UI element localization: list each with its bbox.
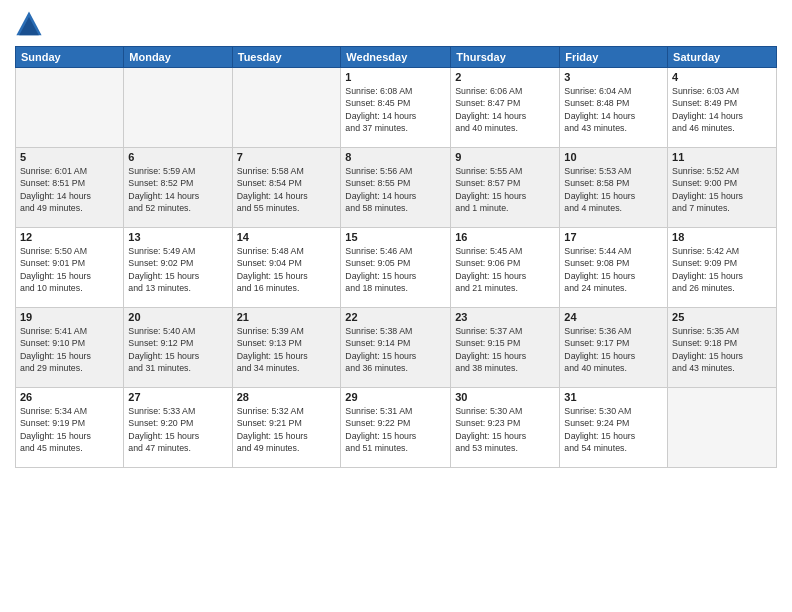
day-number: 20: [128, 311, 227, 323]
day-cell: 5Sunrise: 6:01 AM Sunset: 8:51 PM Daylig…: [16, 148, 124, 228]
day-cell: 30Sunrise: 5:30 AM Sunset: 9:23 PM Dayli…: [451, 388, 560, 468]
week-row-2: 12Sunrise: 5:50 AM Sunset: 9:01 PM Dayli…: [16, 228, 777, 308]
page: SundayMondayTuesdayWednesdayThursdayFrid…: [0, 0, 792, 612]
day-info: Sunrise: 5:35 AM Sunset: 9:18 PM Dayligh…: [672, 325, 772, 374]
day-info: Sunrise: 5:50 AM Sunset: 9:01 PM Dayligh…: [20, 245, 119, 294]
day-number: 12: [20, 231, 119, 243]
day-cell: 14Sunrise: 5:48 AM Sunset: 9:04 PM Dayli…: [232, 228, 341, 308]
day-cell: 9Sunrise: 5:55 AM Sunset: 8:57 PM Daylig…: [451, 148, 560, 228]
day-cell: 13Sunrise: 5:49 AM Sunset: 9:02 PM Dayli…: [124, 228, 232, 308]
day-number: 17: [564, 231, 663, 243]
day-number: 11: [672, 151, 772, 163]
day-number: 16: [455, 231, 555, 243]
day-cell: 28Sunrise: 5:32 AM Sunset: 9:21 PM Dayli…: [232, 388, 341, 468]
day-info: Sunrise: 5:53 AM Sunset: 8:58 PM Dayligh…: [564, 165, 663, 214]
day-info: Sunrise: 5:38 AM Sunset: 9:14 PM Dayligh…: [345, 325, 446, 374]
day-cell: 18Sunrise: 5:42 AM Sunset: 9:09 PM Dayli…: [668, 228, 777, 308]
day-cell: 10Sunrise: 5:53 AM Sunset: 8:58 PM Dayli…: [560, 148, 668, 228]
day-cell: 19Sunrise: 5:41 AM Sunset: 9:10 PM Dayli…: [16, 308, 124, 388]
day-number: 6: [128, 151, 227, 163]
logo: [15, 10, 49, 38]
day-info: Sunrise: 5:39 AM Sunset: 9:13 PM Dayligh…: [237, 325, 337, 374]
day-number: 28: [237, 391, 337, 403]
day-info: Sunrise: 5:40 AM Sunset: 9:12 PM Dayligh…: [128, 325, 227, 374]
day-number: 29: [345, 391, 446, 403]
day-cell: 22Sunrise: 5:38 AM Sunset: 9:14 PM Dayli…: [341, 308, 451, 388]
day-cell: 16Sunrise: 5:45 AM Sunset: 9:06 PM Dayli…: [451, 228, 560, 308]
day-info: Sunrise: 5:46 AM Sunset: 9:05 PM Dayligh…: [345, 245, 446, 294]
day-info: Sunrise: 5:58 AM Sunset: 8:54 PM Dayligh…: [237, 165, 337, 214]
weekday-header-friday: Friday: [560, 47, 668, 68]
day-info: Sunrise: 6:06 AM Sunset: 8:47 PM Dayligh…: [455, 85, 555, 134]
day-cell: 8Sunrise: 5:56 AM Sunset: 8:55 PM Daylig…: [341, 148, 451, 228]
week-row-1: 5Sunrise: 6:01 AM Sunset: 8:51 PM Daylig…: [16, 148, 777, 228]
day-number: 4: [672, 71, 772, 83]
day-info: Sunrise: 6:04 AM Sunset: 8:48 PM Dayligh…: [564, 85, 663, 134]
weekday-header-row: SundayMondayTuesdayWednesdayThursdayFrid…: [16, 47, 777, 68]
day-info: Sunrise: 5:56 AM Sunset: 8:55 PM Dayligh…: [345, 165, 446, 214]
day-cell: 11Sunrise: 5:52 AM Sunset: 9:00 PM Dayli…: [668, 148, 777, 228]
day-number: 25: [672, 311, 772, 323]
day-info: Sunrise: 5:41 AM Sunset: 9:10 PM Dayligh…: [20, 325, 119, 374]
day-cell: [232, 68, 341, 148]
day-info: Sunrise: 5:55 AM Sunset: 8:57 PM Dayligh…: [455, 165, 555, 214]
day-info: Sunrise: 5:36 AM Sunset: 9:17 PM Dayligh…: [564, 325, 663, 374]
day-number: 27: [128, 391, 227, 403]
weekday-header-thursday: Thursday: [451, 47, 560, 68]
day-cell: 26Sunrise: 5:34 AM Sunset: 9:19 PM Dayli…: [16, 388, 124, 468]
day-cell: 31Sunrise: 5:30 AM Sunset: 9:24 PM Dayli…: [560, 388, 668, 468]
day-number: 15: [345, 231, 446, 243]
logo-icon: [15, 10, 43, 38]
day-number: 7: [237, 151, 337, 163]
day-number: 18: [672, 231, 772, 243]
day-info: Sunrise: 5:48 AM Sunset: 9:04 PM Dayligh…: [237, 245, 337, 294]
day-info: Sunrise: 5:31 AM Sunset: 9:22 PM Dayligh…: [345, 405, 446, 454]
calendar: SundayMondayTuesdayWednesdayThursdayFrid…: [15, 46, 777, 468]
day-cell: 7Sunrise: 5:58 AM Sunset: 8:54 PM Daylig…: [232, 148, 341, 228]
day-cell: 15Sunrise: 5:46 AM Sunset: 9:05 PM Dayli…: [341, 228, 451, 308]
day-info: Sunrise: 6:01 AM Sunset: 8:51 PM Dayligh…: [20, 165, 119, 214]
week-row-3: 19Sunrise: 5:41 AM Sunset: 9:10 PM Dayli…: [16, 308, 777, 388]
day-info: Sunrise: 5:45 AM Sunset: 9:06 PM Dayligh…: [455, 245, 555, 294]
day-info: Sunrise: 5:34 AM Sunset: 9:19 PM Dayligh…: [20, 405, 119, 454]
weekday-header-sunday: Sunday: [16, 47, 124, 68]
day-info: Sunrise: 5:44 AM Sunset: 9:08 PM Dayligh…: [564, 245, 663, 294]
day-number: 30: [455, 391, 555, 403]
day-cell: 29Sunrise: 5:31 AM Sunset: 9:22 PM Dayli…: [341, 388, 451, 468]
weekday-header-wednesday: Wednesday: [341, 47, 451, 68]
week-row-4: 26Sunrise: 5:34 AM Sunset: 9:19 PM Dayli…: [16, 388, 777, 468]
day-cell: 27Sunrise: 5:33 AM Sunset: 9:20 PM Dayli…: [124, 388, 232, 468]
day-cell: 25Sunrise: 5:35 AM Sunset: 9:18 PM Dayli…: [668, 308, 777, 388]
day-number: 23: [455, 311, 555, 323]
day-number: 9: [455, 151, 555, 163]
day-number: 24: [564, 311, 663, 323]
day-cell: 24Sunrise: 5:36 AM Sunset: 9:17 PM Dayli…: [560, 308, 668, 388]
day-info: Sunrise: 5:49 AM Sunset: 9:02 PM Dayligh…: [128, 245, 227, 294]
day-cell: 21Sunrise: 5:39 AM Sunset: 9:13 PM Dayli…: [232, 308, 341, 388]
weekday-header-saturday: Saturday: [668, 47, 777, 68]
day-number: 2: [455, 71, 555, 83]
day-cell: 12Sunrise: 5:50 AM Sunset: 9:01 PM Dayli…: [16, 228, 124, 308]
day-number: 22: [345, 311, 446, 323]
day-number: 21: [237, 311, 337, 323]
day-info: Sunrise: 6:08 AM Sunset: 8:45 PM Dayligh…: [345, 85, 446, 134]
day-cell: 1Sunrise: 6:08 AM Sunset: 8:45 PM Daylig…: [341, 68, 451, 148]
weekday-header-monday: Monday: [124, 47, 232, 68]
week-row-0: 1Sunrise: 6:08 AM Sunset: 8:45 PM Daylig…: [16, 68, 777, 148]
day-number: 14: [237, 231, 337, 243]
day-info: Sunrise: 5:30 AM Sunset: 9:23 PM Dayligh…: [455, 405, 555, 454]
day-number: 5: [20, 151, 119, 163]
day-cell: [668, 388, 777, 468]
day-number: 26: [20, 391, 119, 403]
day-number: 13: [128, 231, 227, 243]
day-cell: 17Sunrise: 5:44 AM Sunset: 9:08 PM Dayli…: [560, 228, 668, 308]
day-number: 10: [564, 151, 663, 163]
day-cell: 23Sunrise: 5:37 AM Sunset: 9:15 PM Dayli…: [451, 308, 560, 388]
day-number: 31: [564, 391, 663, 403]
day-cell: [16, 68, 124, 148]
day-info: Sunrise: 5:30 AM Sunset: 9:24 PM Dayligh…: [564, 405, 663, 454]
header: [15, 10, 777, 38]
day-cell: 6Sunrise: 5:59 AM Sunset: 8:52 PM Daylig…: [124, 148, 232, 228]
day-info: Sunrise: 6:03 AM Sunset: 8:49 PM Dayligh…: [672, 85, 772, 134]
day-info: Sunrise: 5:59 AM Sunset: 8:52 PM Dayligh…: [128, 165, 227, 214]
